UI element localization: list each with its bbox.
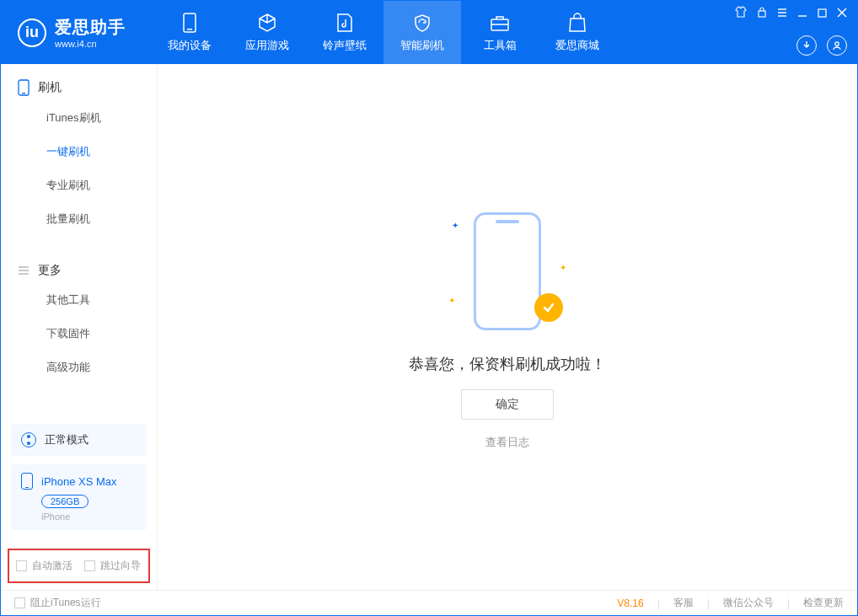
nav-tab-label: 我的设备 [168, 38, 212, 53]
svg-rect-3 [759, 11, 765, 17]
lock-icon[interactable] [757, 6, 767, 21]
device-capacity: 256GB [41, 495, 88, 508]
cube-icon [257, 13, 277, 33]
download-button[interactable] [796, 35, 817, 56]
sidebar-item-other-tools[interactable]: 其他工具 [1, 283, 157, 317]
sidebar-item-pro-flash[interactable]: 专业刷机 [1, 169, 157, 202]
nav-tab-toolbox[interactable]: 工具箱 [461, 1, 539, 64]
sparkle-icon: ✦ [452, 221, 458, 230]
flash-options-box: 自动激活 跳过向导 [8, 549, 150, 583]
nav-tab-my-device[interactable]: 我的设备 [151, 1, 228, 64]
phone-icon [183, 13, 196, 33]
sidebar-item-advanced[interactable]: 高级功能 [1, 351, 157, 384]
device-info-box[interactable]: iPhone XS Max 256GB iPhone [11, 464, 147, 530]
phone-outline-icon [18, 79, 29, 96]
sidebar-section-more: 更多 [1, 263, 157, 278]
phone-illustration-icon [474, 212, 541, 330]
footer-link-support[interactable]: 客服 [673, 596, 694, 610]
logo-section: iu 爱思助手 www.i4.cn [1, 16, 142, 49]
app-logo-icon: iu [18, 19, 46, 47]
mode-icon [21, 432, 36, 447]
minimize-icon[interactable] [797, 6, 807, 21]
nav-tab-label: 应用游戏 [245, 38, 289, 53]
maximize-icon[interactable] [818, 6, 827, 21]
sidebar-item-itunes-flash[interactable]: iTunes刷机 [1, 101, 157, 135]
nav-tab-label: 智能刷机 [400, 38, 444, 53]
version-label: V8.16 [617, 597, 643, 609]
nav-tab-label: 爱思商城 [555, 38, 599, 53]
nav-tab-label: 工具箱 [484, 38, 517, 53]
check-badge-icon [534, 293, 563, 322]
checkbox-icon [16, 560, 27, 571]
shopping-bag-icon [568, 13, 587, 33]
nav-tab-label: 铃声壁纸 [323, 38, 367, 53]
skip-guide-checkbox[interactable]: 跳过向导 [84, 559, 141, 573]
checkbox-icon [84, 560, 95, 571]
app-title: 爱思助手 [55, 16, 126, 39]
device-mode-label: 正常模式 [45, 432, 88, 447]
list-icon [18, 265, 29, 276]
footer-link-wechat[interactable]: 微信公众号 [723, 596, 774, 610]
nav-tab-apps[interactable]: 应用游戏 [228, 1, 306, 64]
close-icon[interactable] [837, 6, 847, 21]
app-subtitle: www.i4.cn [55, 39, 126, 49]
toolbox-icon [490, 13, 510, 33]
svg-rect-4 [818, 9, 826, 17]
refresh-shield-icon [412, 13, 432, 33]
device-type: iPhone [41, 512, 137, 522]
device-mode-box[interactable]: 正常模式 [11, 424, 147, 456]
app-header: iu 爱思助手 www.i4.cn 我的设备 应用游戏 铃声壁纸 [1, 1, 857, 64]
sidebar: 刷机 iTunes刷机 一键刷机 专业刷机 批量刷机 更多 其他工具 下载固件 … [1, 64, 158, 590]
nav-tab-store[interactable]: 爱思商城 [539, 1, 616, 64]
auto-activate-checkbox[interactable]: 自动激活 [16, 559, 72, 573]
shirt-icon[interactable] [735, 6, 747, 21]
device-phone-icon [21, 473, 33, 490]
window-controls [735, 6, 847, 21]
svg-rect-7 [22, 93, 25, 94]
user-button[interactable] [827, 35, 847, 56]
device-name: iPhone XS Max [41, 475, 117, 488]
nav-tabs: 我的设备 应用游戏 铃声壁纸 智能刷机 工具箱 [151, 1, 616, 64]
block-itunes-checkbox[interactable]: 阻止iTunes运行 [14, 596, 101, 610]
sparkle-icon: ✦ [448, 296, 455, 305]
status-bar: 阻止iTunes运行 V8.16 | 客服 | 微信公众号 | 检查更新 [1, 590, 857, 615]
sidebar-item-download-firmware[interactable]: 下载固件 [1, 317, 157, 351]
sparkle-icon: ✦ [560, 263, 566, 272]
view-log-link[interactable]: 查看日志 [485, 435, 529, 450]
nav-tab-flash[interactable]: 智能刷机 [383, 1, 461, 64]
sidebar-item-one-click-flash[interactable]: 一键刷机 [1, 135, 157, 169]
success-message: 恭喜您，保资料刷机成功啦！ [409, 354, 606, 374]
svg-point-5 [835, 42, 839, 46]
menu-icon[interactable] [777, 6, 787, 21]
main-content: ✦ ✦ ✦ 恭喜您，保资料刷机成功啦！ 确定 查看日志 [158, 64, 857, 590]
footer-link-update[interactable]: 检查更新 [803, 596, 844, 610]
ok-button[interactable]: 确定 [461, 389, 554, 420]
checkbox-icon [14, 597, 25, 608]
sidebar-item-batch-flash[interactable]: 批量刷机 [1, 202, 157, 236]
svg-rect-1 [187, 29, 192, 30]
nav-tab-ringtones[interactable]: 铃声壁纸 [306, 1, 383, 64]
success-illustration: ✦ ✦ ✦ [448, 204, 566, 339]
music-file-icon [336, 13, 353, 33]
sidebar-section-flash: 刷机 [1, 79, 157, 96]
